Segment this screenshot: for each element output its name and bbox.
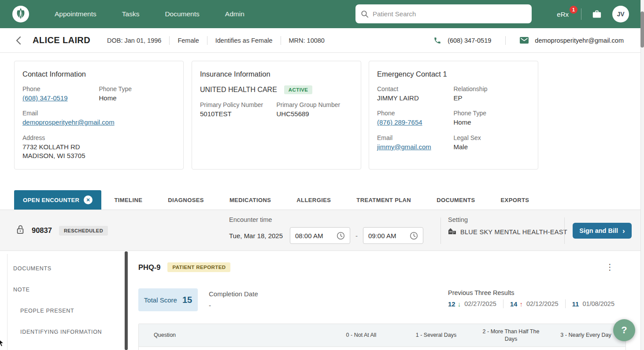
tab-timeline[interactable]: TIMELINE	[101, 190, 155, 210]
sidebar-item-note[interactable]: NOTE	[13, 287, 30, 293]
column-header-several-days: 1 - Several Days	[399, 332, 474, 339]
briefcase-icon[interactable]	[592, 9, 602, 19]
patient-tabs: OPEN ENCOUNTER ✕ TIMELINE DIAGNOSES MEDI…	[0, 190, 644, 210]
erx-label: eRx	[557, 11, 569, 18]
field-label: Primary Group Number	[277, 101, 353, 108]
previous-score: 14	[510, 300, 518, 308]
tab-medications[interactable]: MEDICATIONS	[217, 190, 284, 210]
page-scrollbar[interactable]	[640, 0, 644, 350]
phone-link[interactable]: (876) 289-7654	[377, 118, 454, 127]
nav-item-appointments[interactable]: Appointments	[55, 10, 96, 18]
sidebar-item-people-present[interactable]: PEOPLE PRESENT	[20, 308, 74, 314]
total-score-box: Total Score 15	[138, 288, 198, 311]
insurance-information-card: Insurance Information UNITED HEALTH CARE…	[192, 61, 361, 169]
email-link[interactable]: demoprosperityehr@gmail.com	[22, 118, 175, 127]
meta-divider	[505, 36, 506, 45]
completion-date-section: Completion Date -	[209, 290, 258, 309]
field-value: EP	[454, 94, 530, 103]
sidebar-item-identifying-information[interactable]: IDENTIFYING INFORMATION	[20, 329, 102, 335]
encounter-time-label: Encounter time	[229, 216, 423, 223]
page-scrollbar-thumb[interactable]	[640, 11, 644, 48]
phq9-question-table: Question 0 - Not At All 1 - Several Days…	[138, 324, 626, 350]
group-number-field: Primary Group Number UHC55689	[277, 101, 353, 118]
phq9-panel: PHQ-9 PATIENT REPORTED ⋮ Total Score 15 …	[128, 251, 640, 350]
contact-information-card: Contact Information Phone (608) 347-0519…	[14, 61, 184, 169]
emergency-phone-type-field: Phone Type Home	[454, 110, 530, 127]
tab-treatment-plan[interactable]: TREATMENT PLAN	[344, 190, 424, 210]
tab-exports[interactable]: EXPORTS	[488, 190, 542, 210]
previous-date: 01/08/2025	[582, 300, 614, 307]
nav-item-tasks[interactable]: Tasks	[122, 10, 140, 18]
table-header-row: Question 0 - Not At All 1 - Several Days…	[139, 324, 625, 347]
email-link[interactable]: jimmy@gmail.com	[377, 143, 454, 151]
setting-value: BLUE SKY MENTAL HEALTH-EAST	[460, 228, 567, 236]
field-label: Phone	[22, 85, 99, 92]
sidebar-scrollbar[interactable]	[125, 251, 128, 350]
email-field: Email demoprosperityehr@gmail.com	[22, 110, 175, 127]
start-time-input[interactable]	[295, 232, 330, 239]
setting-label: Setting	[448, 216, 567, 223]
previous-results-section: Previous Three Results 12 ↓ 02/27/2025 1…	[448, 289, 614, 308]
column-header-question: Question	[139, 332, 324, 339]
encounter-date: Tue, Mar 18, 2025	[229, 232, 283, 239]
user-avatar[interactable]: JV	[612, 6, 629, 22]
card-title: Contact Information	[22, 70, 175, 78]
end-time-picker[interactable]	[363, 227, 423, 244]
field-label: Contact	[377, 85, 454, 92]
completion-date-label: Completion Date	[209, 290, 258, 298]
field-label: Phone Type	[99, 85, 176, 92]
tab-diagnoses[interactable]: DIAGNOSES	[155, 190, 217, 210]
field-value: UHC55689	[277, 110, 353, 118]
erx-button[interactable]: eRx 1	[557, 11, 570, 18]
navbar-right-cluster: eRx 1 JV	[557, 0, 629, 28]
tab-open-encounter[interactable]: OPEN ENCOUNTER ✕	[14, 190, 101, 210]
patient-demographics: DOB: Jan 01, 1996 Female Identifies as F…	[107, 36, 325, 45]
start-time-picker[interactable]	[290, 227, 350, 244]
field-value: 5010TEST	[200, 110, 277, 118]
patient-search[interactable]	[355, 4, 532, 23]
encounter-time-section: Encounter time Tue, Mar 18, 2025 -	[229, 216, 423, 244]
nav-item-documents[interactable]: Documents	[165, 10, 199, 18]
back-button[interactable]	[16, 36, 21, 45]
previous-date: 02/12/2025	[526, 300, 559, 307]
meta-divider	[207, 36, 207, 45]
top-navbar: Appointments Tasks Documents Admin eRx 1	[0, 0, 644, 28]
sign-and-bill-button[interactable]: Sign and Bill ›	[573, 223, 632, 239]
kebab-menu-icon[interactable]: ⋮	[602, 261, 618, 273]
field-label: Phone Type	[454, 110, 530, 117]
sidebar-item-documents[interactable]: DOCUMENTS	[13, 265, 52, 272]
results-divider	[503, 299, 503, 308]
tab-allergies[interactable]: ALLERGIES	[284, 190, 344, 210]
field-value: Male	[454, 143, 530, 151]
app-logo-icon[interactable]	[12, 6, 29, 22]
relationship-field: Relationship EP	[454, 85, 530, 103]
meta-divider	[281, 36, 281, 45]
encounter-bar: 90837 RESCHEDULED Encounter time Tue, Ma…	[0, 210, 644, 251]
encounter-setting-section: Setting BLUE SKY MENTAL HEALTH-EAST	[448, 216, 567, 236]
previous-score: 12	[448, 300, 455, 308]
field-label: Address	[22, 134, 175, 141]
emergency-contact-card: Emergency Contact 1 Contact JIMMY LAIRD …	[369, 61, 538, 169]
field-label: Legal Sex	[454, 134, 530, 141]
close-encounter-icon[interactable]: ✕	[84, 195, 93, 204]
meta-divider	[169, 36, 170, 45]
column-header-more-than-half: 2 - More Than Half The Days	[474, 328, 548, 343]
field-value: Home	[454, 118, 530, 127]
sidebar-left-rule	[7, 254, 7, 350]
patient-search-input[interactable]	[373, 10, 526, 18]
tab-documents[interactable]: DOCUMENTS	[424, 190, 488, 210]
trend-down-icon: ↓	[458, 300, 461, 308]
emergency-email-field: Email jimmy@gmail.com	[377, 134, 454, 151]
address-line2: MADISON, WI 53705	[22, 151, 175, 160]
address-field: Address 7732 KOLLATH RD MADISON, WI 5370…	[22, 134, 175, 161]
facility-icon	[448, 227, 456, 236]
contact-name-field: Contact JIMMY LAIRD	[377, 85, 454, 103]
phone-icon	[433, 37, 441, 44]
help-button[interactable]: ?	[613, 319, 635, 341]
end-time-input[interactable]	[368, 232, 403, 239]
insurance-carrier: UNITED HEALTH CARE	[200, 86, 277, 94]
phone-link[interactable]: (608) 347-0519	[22, 94, 99, 103]
previous-date: 02/27/2025	[464, 300, 496, 307]
nav-item-admin[interactable]: Admin	[225, 10, 244, 18]
mail-icon	[520, 37, 529, 44]
